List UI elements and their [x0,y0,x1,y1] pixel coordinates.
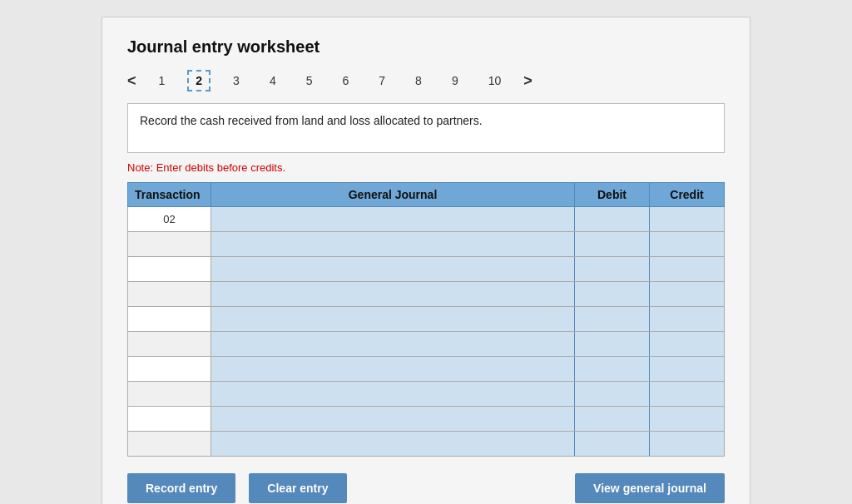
transaction-cell [128,257,211,282]
next-arrow[interactable]: > [523,72,532,90]
transaction-cell [128,282,211,307]
debit-cell[interactable] [575,207,650,232]
tab-8[interactable]: 8 [408,71,429,91]
credit-cell[interactable] [650,357,725,382]
transaction-cell [128,332,211,357]
description-text: Record the cash received from land and l… [140,114,483,127]
description-box: Record the cash received from land and l… [127,103,725,153]
table-row [128,307,725,332]
transaction-cell [128,407,211,432]
tab-6[interactable]: 6 [335,71,357,91]
journal-cell[interactable] [211,407,575,432]
transaction-cell [128,432,211,457]
transaction-cell [128,382,211,407]
tab-5[interactable]: 5 [299,71,320,91]
tab-7[interactable]: 7 [371,71,393,91]
tab-1[interactable]: 1 [151,71,173,91]
table-row [128,382,725,407]
table-row [128,332,725,357]
clear-entry-button[interactable]: Clear entry [249,473,346,503]
tab-4[interactable]: 4 [262,71,284,91]
note-text: Note: Enter debits before credits. [127,161,725,174]
debit-cell[interactable] [575,432,650,457]
table-row [128,232,725,257]
worksheet-container: Journal entry worksheet < 1 2 3 4 5 6 7 … [102,17,750,504]
debit-cell[interactable] [575,382,650,407]
button-row: Record entry Clear entry View general jo… [127,473,725,503]
credit-cell[interactable] [650,332,725,357]
debit-cell[interactable] [575,332,650,357]
transaction-cell: 02 [128,207,211,232]
journal-cell[interactable] [211,282,575,307]
table-row [128,357,725,382]
debit-cell[interactable] [575,282,650,307]
credit-cell[interactable] [650,282,725,307]
table-header-row: Transaction General Journal Debit Credit [128,183,725,207]
credit-cell[interactable] [650,232,725,257]
prev-arrow[interactable]: < [127,72,136,90]
table-row [128,257,725,282]
record-entry-button[interactable]: Record entry [127,473,235,503]
header-general-journal: General Journal [211,183,575,207]
debit-cell[interactable] [575,232,650,257]
tab-10[interactable]: 10 [481,71,509,91]
debit-cell[interactable] [575,307,650,332]
header-transaction: Transaction [128,183,211,207]
tab-navigation: < 1 2 3 4 5 6 7 8 9 10 > [127,70,725,91]
tab-2[interactable]: 2 [187,70,211,91]
tab-9[interactable]: 9 [444,71,466,91]
table-row [128,407,725,432]
journal-cell[interactable] [211,307,575,332]
transaction-cell [128,307,211,332]
header-debit: Debit [575,183,650,207]
credit-cell[interactable] [650,407,725,432]
credit-cell[interactable] [650,207,725,232]
credit-cell[interactable] [650,432,725,457]
journal-cell[interactable] [211,232,575,257]
table-row [128,432,725,457]
journal-cell[interactable] [211,382,575,407]
debit-cell[interactable] [575,257,650,282]
journal-cell[interactable] [211,432,575,457]
debit-cell[interactable] [575,357,650,382]
view-general-journal-button[interactable]: View general journal [575,473,725,503]
debit-cell[interactable] [575,407,650,432]
journal-cell[interactable] [211,257,575,282]
transaction-cell [128,232,211,257]
table-row [128,282,725,307]
journal-cell[interactable] [211,207,575,232]
transaction-cell [128,357,211,382]
journal-cell[interactable] [211,357,575,382]
journal-table: Transaction General Journal Debit Credit… [127,182,725,457]
credit-cell[interactable] [650,382,725,407]
table-row: 02 [128,207,725,232]
journal-cell[interactable] [211,332,575,357]
tab-3[interactable]: 3 [225,71,247,91]
credit-cell[interactable] [650,257,725,282]
page-title: Journal entry worksheet [127,37,725,57]
header-credit: Credit [650,183,725,207]
credit-cell[interactable] [650,307,725,332]
